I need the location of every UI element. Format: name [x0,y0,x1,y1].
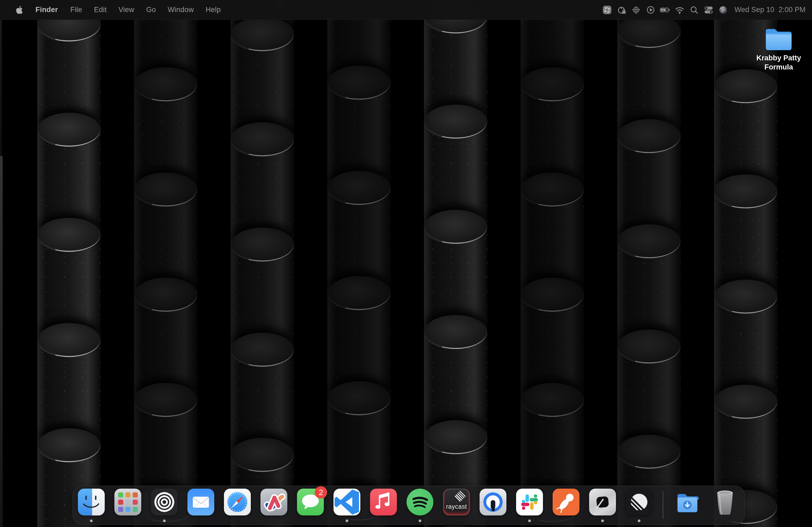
striped-tag-menu-icon[interactable] [630,4,642,16]
running-indicator [163,520,166,522]
postman-icon [553,488,579,515]
running-indicator [638,520,640,522]
cylinder-cap [424,315,487,349]
cylinder-cap [617,224,681,259]
dock-app-slack[interactable] [516,488,543,515]
slack-icon [516,488,543,515]
cylinder-cap [714,69,777,104]
wallpaper-cylinder-column [231,0,294,527]
menu-item-go[interactable]: Go [140,6,162,14]
menu-bar-clock[interactable]: Wed Sep 10 2:00 PM [735,6,806,14]
wallpaper-edge-cylinder [0,156,3,527]
wifi-icon[interactable] [674,4,685,16]
raycast-logo [454,491,466,502]
wallpaper-cylinder-column [617,0,681,527]
menu-bar: Finder File Edit View Go Window Help [0,0,812,20]
cylinder-cap [231,333,294,367]
onepassword-ring [483,492,503,512]
cylinder-cap [617,119,681,153]
menu-item-help[interactable]: Help [200,6,227,14]
safari-icon [224,488,251,515]
dock-app-raycast[interactable]: raycast [443,488,470,515]
dock-app-target-rings[interactable] [151,488,178,515]
clock-time: 2:00 PM [779,6,806,14]
apple-menu-icon[interactable] [8,5,29,15]
cylinder-cap [134,383,197,417]
burst-menu-icon[interactable] [601,4,613,16]
menu-item-file[interactable]: File [64,6,88,14]
dock-app-keycap-d[interactable] [589,488,616,515]
desktop-folder-label: Krabby Patty Formula [753,54,804,72]
cylinder-cap [521,172,584,207]
dock-trash[interactable] [711,488,739,515]
cylinder-cap [37,428,101,463]
dock: 2 raycast [73,486,745,525]
keyhole [491,500,495,509]
dock-app-postman[interactable] [553,488,579,515]
wallpaper-cylinder-column [521,0,584,527]
desktop-screen: Finder File Edit View Go Window Help [0,0,812,527]
cylinder-cap [327,66,391,100]
cylinder-cap [714,280,777,314]
dock-app-launchpad[interactable] [114,488,141,515]
running-indicator [419,520,421,522]
cylinder-cap [327,171,391,205]
cylinder-cap [424,105,487,139]
cylinder-cap [617,435,681,469]
cylinder-cap [134,278,197,312]
cylinder-cap [714,175,777,209]
cylinder-cap [327,381,391,416]
wallpaper-cylinder-column [714,0,777,527]
dock-app-messages[interactable]: 2 [297,488,324,515]
menu-item-edit[interactable]: Edit [88,6,113,14]
mail-icon [187,488,214,515]
cylinder-cap [424,525,487,527]
siri-icon[interactable] [717,4,729,16]
raycast-label: raycast [443,503,470,510]
wallpaper-cylinder-column [134,0,197,527]
running-indicator [346,520,348,522]
cylinder-cap [231,438,294,472]
cylinder-cap [231,122,294,157]
cylinder-cap [617,330,681,364]
control-center-icon[interactable] [703,4,714,16]
wallpaper-cylinder-column [37,0,101,527]
notification-badge: 2 [315,486,327,499]
cylinder-cap [521,383,584,417]
running-indicator [601,520,604,522]
arc-browser-icon [260,488,287,515]
spotlight-search-icon[interactable] [688,4,700,16]
cylinder-cap [37,323,101,358]
linear-icon [626,488,653,515]
dock-app-arc[interactable] [260,488,287,515]
menu-item-view[interactable]: View [113,6,140,14]
battery-charging-icon[interactable] [659,4,671,16]
cylinder-cap [231,17,294,51]
wallpaper [0,0,812,527]
dock-app-linear[interactable] [626,488,653,515]
dock-app-finder[interactable] [78,488,105,515]
dock-app-mail[interactable] [187,488,214,515]
cylinder-cap [134,67,197,102]
apple-music-icon [370,488,397,515]
wallpaper-cylinder-column [424,0,487,527]
cylinder-cap [134,172,197,207]
downloads-folder-icon [673,488,701,515]
menu-item-finder[interactable]: Finder [29,6,64,14]
launchpad-icon [114,488,141,515]
menu-bar-left: Finder File Edit View Go Window Help [0,5,227,15]
power-lock-menu-icon[interactable] [616,4,627,16]
dock-app-1password[interactable] [480,488,506,515]
cylinder-cap [424,210,487,244]
dock-app-safari[interactable] [224,488,251,515]
play-circle-menu-icon[interactable] [645,4,656,16]
cylinder-cap [714,385,777,419]
cylinder-cap [37,113,101,147]
menu-item-window[interactable]: Window [162,6,200,14]
dock-app-vscode[interactable] [334,488,360,515]
dock-downloads-folder[interactable] [673,488,701,515]
dock-app-spotify[interactable] [407,488,433,515]
desktop-folder-krabby-patty[interactable]: Krabby Patty Formula [748,25,810,72]
cylinder-cap [424,420,487,454]
dock-app-music[interactable] [370,488,397,515]
